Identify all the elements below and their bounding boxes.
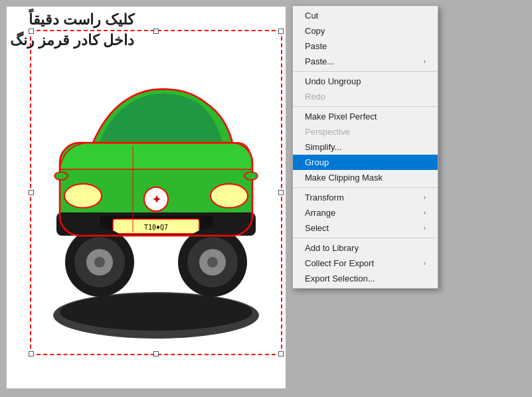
menu-item-paste[interactable]: Paste	[293, 39, 438, 54]
menu-item-label-simplify: Simplify...	[305, 142, 341, 152]
menu-item-label-add-to-library: Add to Library	[305, 243, 359, 253]
menu-item-label-transform: Transform	[305, 193, 344, 202]
handle-tr[interactable]	[278, 29, 284, 34]
handle-bc[interactable]	[153, 351, 159, 357]
menu-item-export-selection[interactable]: Export Selection...	[293, 271, 438, 286]
menu-separator-after-make-clipping-mask	[293, 187, 438, 188]
menu-item-label-paste: Paste	[305, 41, 327, 51]
overlay-text: کلیک راست دقیقاً داخل کادر قرمز رنگ	[10, 10, 134, 51]
menu-item-arrange[interactable]: Arrange›	[293, 205, 438, 220]
handle-mr[interactable]	[278, 190, 284, 195]
context-menu: CutCopyPastePaste...›Undo UngroupRedoMak…	[292, 5, 438, 289]
menu-item-select[interactable]: Select›	[293, 220, 438, 236]
handle-br[interactable]	[278, 351, 284, 357]
menu-item-label-cut: Cut	[305, 11, 318, 21]
menu-item-perspective: Perspective	[293, 124, 438, 139]
menu-item-group[interactable]: Group	[293, 155, 438, 170]
menu-separator-after-redo	[293, 106, 438, 107]
menu-item-label-arrange: Arrange	[305, 208, 335, 218]
menu-item-make-pixel-perfect[interactable]: Make Pixel Perfect	[293, 109, 438, 124]
submenu-arrow-paste-special: ›	[424, 58, 426, 65]
menu-item-label-make-pixel-perfect: Make Pixel Perfect	[305, 112, 377, 121]
handle-ml[interactable]	[29, 190, 34, 195]
submenu-arrow-select: ›	[424, 224, 426, 232]
menu-item-undo-ungroup[interactable]: Undo Ungroup	[293, 74, 438, 89]
submenu-arrow-transform: ›	[424, 194, 426, 201]
menu-separator-after-paste-special	[293, 71, 438, 72]
menu-item-simplify[interactable]: Simplify...	[293, 139, 438, 155]
menu-item-label-export-selection: Export Selection...	[305, 274, 375, 283]
menu-item-make-clipping-mask[interactable]: Make Clipping Mask	[293, 170, 438, 185]
handle-tc[interactable]	[153, 29, 159, 34]
menu-item-label-copy: Copy	[305, 26, 325, 36]
menu-item-copy[interactable]: Copy	[293, 23, 438, 39]
overlay-line2: داخل کادر قرمز رنگ	[10, 31, 134, 51]
menu-item-paste-special[interactable]: Paste...›	[293, 54, 438, 69]
handle-bl[interactable]	[29, 351, 34, 357]
menu-item-label-group: Group	[305, 157, 329, 167]
submenu-arrow-collect-for-export: ›	[424, 260, 426, 267]
menu-item-label-perspective: Perspective	[305, 127, 350, 137]
menu-item-add-to-library[interactable]: Add to Library	[293, 240, 438, 256]
menu-item-label-redo: Redo	[305, 92, 325, 102]
menu-item-label-paste-special: Paste...	[305, 56, 334, 66]
menu-separator-after-select	[293, 238, 438, 238]
menu-item-label-collect-for-export: Collect For Export	[305, 258, 374, 268]
menu-item-redo: Redo	[293, 89, 438, 104]
menu-item-label-make-clipping-mask: Make Clipping Mask	[305, 173, 383, 183]
menu-item-cut[interactable]: Cut	[293, 8, 438, 23]
menu-item-label-undo-ungroup: Undo Ungroup	[305, 76, 361, 86]
overlay-line1: کلیک راست دقیقاً	[10, 10, 134, 31]
submenu-arrow-arrange: ›	[424, 209, 426, 216]
menu-item-collect-for-export[interactable]: Collect For Export›	[293, 256, 438, 271]
menu-item-transform[interactable]: Transform›	[293, 190, 438, 205]
menu-item-label-select: Select	[305, 223, 329, 233]
selection-border	[30, 30, 282, 355]
